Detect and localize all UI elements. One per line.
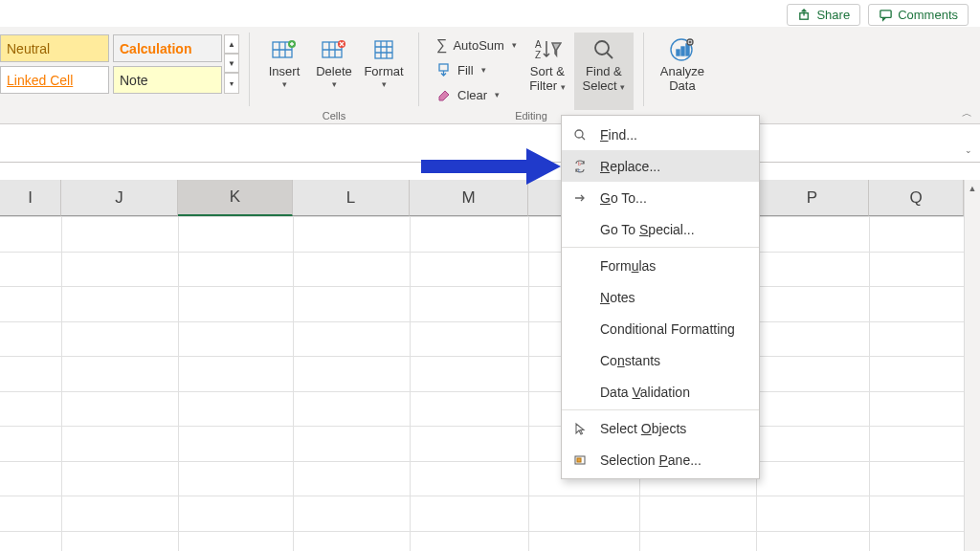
svg-rect-14 — [686, 44, 689, 55]
svg-rect-20 — [577, 458, 581, 462]
caret-down-icon: ▾ — [481, 65, 486, 75]
menu-goto[interactable]: Go To... — [562, 182, 759, 213]
group-label-cells: Cells — [323, 110, 345, 123]
column-header-M[interactable]: M — [410, 180, 528, 216]
delete-button[interactable]: Delete ▾ — [309, 33, 359, 110]
sigma-icon: ∑ — [436, 36, 447, 54]
menu-notes[interactable]: Notes — [562, 281, 759, 313]
sort-filter-button[interactable]: AZ Sort & Filter ▾ — [521, 33, 574, 110]
comments-label: Comments — [898, 8, 958, 22]
search-icon — [571, 128, 589, 142]
eraser-icon — [436, 87, 452, 102]
insert-cells-icon — [271, 36, 298, 63]
share-icon — [797, 8, 812, 22]
style-neutral[interactable]: Neutral — [0, 34, 109, 62]
scroll-up-button[interactable]: ▲ — [965, 180, 980, 196]
svg-text:b: b — [578, 161, 581, 166]
menu-data-validation[interactable]: Data Validation — [562, 376, 759, 408]
column-header-P[interactable]: P — [756, 180, 869, 216]
ribbon: Neutral Calculation Linked Cell Note ▲ ▼… — [0, 27, 980, 124]
styles-more[interactable]: ▾ — [224, 73, 239, 94]
svg-text:A: A — [535, 39, 542, 50]
delete-cells-icon — [321, 36, 347, 63]
menu-constants[interactable]: Constants — [562, 344, 759, 376]
insert-button[interactable]: Insert ▾ — [259, 33, 309, 110]
cell-styles-gallery: Neutral Calculation Linked Cell Note ▲ ▼… — [0, 27, 239, 94]
ribbon-group-analysis: Analyze Data — [654, 27, 711, 123]
menu-replace[interactable]: bc Replace... — [562, 150, 759, 182]
svg-text:Z: Z — [535, 50, 541, 60]
caret-down-icon: ▾ — [282, 79, 287, 89]
group-label-editing: Editing — [515, 110, 547, 123]
vertical-scrollbar[interactable]: ▲ — [964, 180, 980, 551]
svg-point-16 — [575, 130, 583, 138]
menu-selection-pane[interactable]: Selection Pane... — [562, 444, 759, 475]
menu-find[interactable]: Find... — [562, 119, 759, 150]
styles-scroll-down[interactable]: ▼ — [224, 54, 239, 73]
find-select-button[interactable]: Find & Select ▾ — [574, 33, 634, 110]
format-cells-icon — [372, 36, 395, 63]
fill-button[interactable]: Fill ▾ — [433, 57, 521, 82]
goto-icon — [571, 191, 589, 205]
sort-filter-icon: AZ — [533, 36, 562, 63]
formula-bar-expand[interactable]: ⌄ — [965, 145, 972, 155]
caret-down-icon: ▾ — [495, 90, 500, 99]
share-label: Share — [816, 8, 850, 22]
collapse-ribbon-button[interactable]: ︿ — [962, 106, 972, 121]
svg-rect-7 — [439, 64, 448, 71]
column-header-Q[interactable]: Q — [869, 180, 964, 216]
svg-rect-1 — [880, 11, 891, 18]
column-headers: IJKLMNOPQ — [0, 180, 964, 216]
svg-rect-6 — [375, 41, 392, 58]
share-button[interactable]: Share — [787, 4, 860, 26]
style-calculation[interactable]: Calculation — [113, 34, 222, 62]
column-header-L[interactable]: L — [293, 180, 410, 216]
replace-icon: bc — [571, 160, 589, 173]
clear-button[interactable]: Clear ▾ — [433, 82, 521, 107]
format-button[interactable]: Format ▾ — [359, 33, 409, 110]
menu-select-objects[interactable]: Select Objects — [562, 412, 759, 444]
find-select-menu: Find... bc Replace... Go To... Go To Spe… — [561, 115, 760, 479]
column-header-J[interactable]: J — [61, 180, 178, 216]
svg-point-10 — [595, 41, 609, 55]
column-header-K[interactable]: K — [178, 180, 293, 216]
caret-down-icon: ▾ — [382, 79, 387, 89]
cursor-icon — [571, 422, 589, 435]
magnifier-icon — [591, 36, 616, 63]
caret-down-icon: ▾ — [620, 82, 625, 92]
autosum-button[interactable]: ∑ AutoSum ▾ — [433, 33, 521, 57]
ribbon-group-editing: ∑ AutoSum ▾ Fill ▾ Clear ▾ AZ — [429, 27, 634, 123]
comment-icon — [879, 8, 893, 22]
formula-bar[interactable]: ⌄ — [0, 140, 980, 163]
style-linked-cell[interactable]: Linked Cell — [0, 66, 109, 94]
column-header-I[interactable]: I — [0, 180, 61, 216]
analyze-icon — [669, 36, 696, 63]
caret-down-icon: ▾ — [561, 82, 566, 92]
styles-scroll-up[interactable]: ▲ — [224, 34, 239, 54]
style-note[interactable]: Note — [113, 66, 222, 94]
caret-down-icon: ▾ — [512, 40, 517, 50]
caret-down-icon: ▾ — [332, 79, 337, 89]
svg-rect-13 — [681, 47, 684, 55]
cell-grid[interactable] — [0, 216, 964, 551]
menu-conditional-formatting[interactable]: Conditional Formatting — [562, 313, 759, 344]
analyze-data-button[interactable]: Analyze Data — [654, 33, 711, 110]
fill-down-icon — [436, 62, 452, 77]
menu-goto-special[interactable]: Go To Special... — [562, 213, 759, 245]
selection-pane-icon — [571, 453, 589, 467]
comments-button[interactable]: Comments — [868, 4, 969, 26]
ribbon-group-cells: Insert ▾ Delete ▾ Format ▾ Cells — [259, 27, 409, 123]
svg-rect-12 — [677, 50, 679, 55]
menu-formulas[interactable]: Formulas — [562, 250, 759, 281]
